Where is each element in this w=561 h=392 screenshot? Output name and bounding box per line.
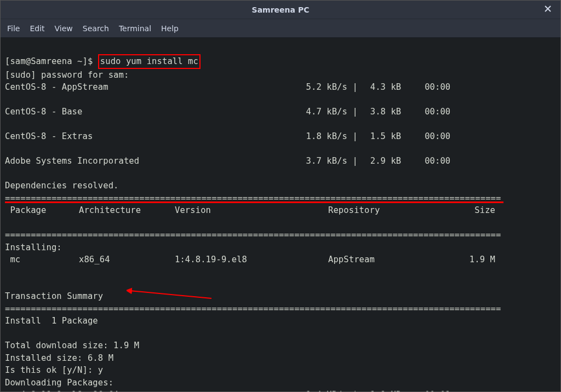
menu-help[interactable]: Help <box>161 24 179 33</box>
svg-line-0 <box>130 291 211 298</box>
confirm-prompt: Is this ok [y/N]: <box>5 365 98 375</box>
menu-file[interactable]: File <box>7 24 20 33</box>
transaction-summary: Transaction Summary <box>5 291 103 301</box>
installed-size: Installed size: 6.8 M <box>5 353 113 363</box>
menu-search[interactable]: Search <box>83 24 109 33</box>
window-title: Samreena PC <box>252 5 310 14</box>
rpm-row: mc-4.8.19-9.el8.x86_64.rpm1.4 MB/s | 1.9… <box>5 389 556 391</box>
repo-row: Adobe Systems Incorporated3.7 kB/s | 2.9… <box>5 155 556 167</box>
terminal-window: Samreena PC File Edit View Search Termin… <box>0 0 561 392</box>
menu-terminal[interactable]: Terminal <box>119 24 151 33</box>
repo-row: CentOS-8 - AppStream5.2 kB/s | 4.3 kB00:… <box>5 81 556 93</box>
table-header: PackageArchitectureVersionRepositorySize <box>5 204 556 216</box>
arrow-annotation <box>127 287 214 302</box>
hr: ========================================… <box>5 304 501 314</box>
repo-row: CentOS-8 - Extras1.8 kB/s | 1.5 kB00:00 <box>5 130 556 142</box>
underline-annotation <box>5 201 503 203</box>
hr: ========================================… <box>5 230 501 240</box>
table-row: mcx86_641:4.8.19-9.el8AppStream1.9 M <box>5 253 556 266</box>
titlebar[interactable]: Samreena PC <box>1 1 560 19</box>
confirm-answer: y <box>98 365 103 375</box>
installing-label: Installing: <box>5 243 62 252</box>
command-highlight: sudo yum install mc <box>98 54 201 68</box>
menubar: File Edit View Search Terminal Help <box>1 19 560 38</box>
menu-view[interactable]: View <box>55 24 73 33</box>
install-count: Install 1 Package <box>5 316 98 326</box>
shell-prompt: [sam@Samreena ~]$ <box>5 56 98 66</box>
menu-edit[interactable]: Edit <box>30 24 44 33</box>
total-download-size: Total download size: 1.9 M <box>5 341 139 350</box>
repo-row: CentOS-8 - Base4.7 kB/s | 3.8 kB00:00 <box>5 106 556 118</box>
close-icon[interactable] <box>544 5 554 15</box>
terminal-output[interactable]: [sam@Samreena ~]$ sudo yum install mc [s… <box>1 38 560 391</box>
deps-resolved: Dependencies resolved. <box>5 181 119 191</box>
typed-command: sudo yum install mc <box>100 56 198 66</box>
downloading-packages: Downloading Packages: <box>5 378 113 388</box>
sudo-password-line: [sudo] password for sam: <box>5 70 129 80</box>
